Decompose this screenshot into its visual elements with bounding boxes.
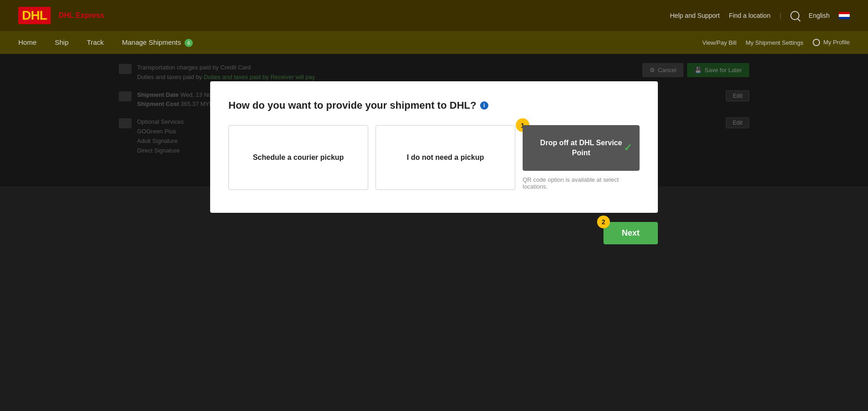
qr-note: QR code option is available at select lo… [523,176,640,190]
shipment-settings-link[interactable]: My Shipment Settings [746,39,803,46]
dhl-logo-text: DHL [22,8,47,22]
next-button-wrap: 2 Next [603,222,658,244]
next-button[interactable]: Next [603,222,658,244]
top-bar: DHL DHL Express Help and Support Find a … [0,0,868,31]
info-icon[interactable]: i [480,101,488,110]
find-location-link[interactable]: Find a location [729,12,770,19]
modal-title: How do you want to provide your shipment… [228,100,640,111]
top-bar-right: Help and Support Find a location | Engli… [670,11,850,20]
nav-right: View/Pay Bill My Shipment Settings My Pr… [702,39,850,47]
pickup-modal: How do you want to provide your shipment… [210,81,658,213]
nav-manage-shipments[interactable]: Manage Shipments 6 [122,38,193,47]
schedule-pickup-option[interactable]: Schedule a courier pickup [228,125,368,190]
user-icon [813,39,820,46]
language-selector[interactable]: English [809,12,830,19]
dropoff-service-point-option[interactable]: Drop off at DHL Service Point ✓ [523,125,640,171]
search-icon[interactable] [790,11,799,20]
nav-bar: Home Ship Track Manage Shipments 6 View/… [0,31,868,54]
flag-icon [839,12,850,19]
modal-overlay: How do you want to provide your shipment… [0,54,868,411]
selected-checkmark: ✓ [624,141,632,155]
my-profile-link[interactable]: My Profile [813,39,850,47]
help-support-link[interactable]: Help and Support [670,12,720,19]
dhl-logo-rect: DHL [18,7,51,24]
nav-track[interactable]: Track [87,38,104,47]
nav-ship[interactable]: Ship [55,38,69,47]
options-row: Schedule a courier pickup I do not need … [228,125,640,190]
logo-area: DHL DHL Express [18,7,104,24]
step-2-badge: 2 [597,216,610,228]
nav-links: Home Ship Track Manage Shipments 6 [18,38,193,47]
no-pickup-option[interactable]: I do not need a pickup [376,125,515,190]
dhl-logo: DHL [18,7,51,24]
dhl-express-label: DHL Express [59,11,104,20]
nav-home[interactable]: Home [18,38,37,47]
view-pay-bill-link[interactable]: View/Pay Bill [702,39,736,46]
manage-shipments-badge: 6 [185,39,193,47]
